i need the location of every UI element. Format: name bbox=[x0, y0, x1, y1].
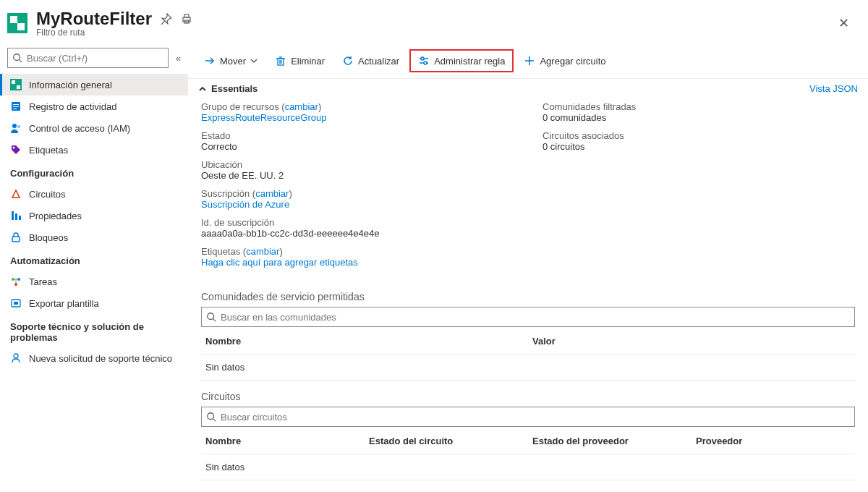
route-filter-icon bbox=[10, 79, 22, 90]
subscription-label: Suscripción bbox=[201, 188, 250, 199]
sidebar-section-support: Soporte técnico y solución de problemas bbox=[0, 314, 188, 347]
col-provider[interactable]: Proveedor bbox=[692, 428, 855, 454]
col-name[interactable]: Nombre bbox=[201, 428, 365, 454]
svg-point-36 bbox=[424, 62, 427, 64]
svg-line-40 bbox=[213, 319, 216, 322]
chevron-down-icon bbox=[250, 57, 258, 64]
sidebar-item-tasks[interactable]: Tareas bbox=[0, 271, 188, 292]
search-icon bbox=[12, 53, 22, 63]
move-button[interactable]: Mover bbox=[197, 51, 265, 71]
sidebar-section-automation: Automatización bbox=[0, 248, 188, 271]
circuits-table: Nombre Estado del circuito Estado del pr… bbox=[201, 428, 855, 480]
svg-rect-7 bbox=[17, 85, 20, 89]
location-label: Ubicación bbox=[201, 159, 514, 170]
resource-group-value[interactable]: ExpressRouteResourceGroup bbox=[201, 112, 514, 123]
sidebar-item-circuits[interactable]: Circuitos bbox=[0, 183, 188, 205]
sidebar: « Información general Registro de activi… bbox=[0, 43, 188, 492]
subscription-id-label: Id. de suscripción bbox=[201, 217, 514, 228]
command-bar: Mover Eliminar Actualizar Administrar re… bbox=[188, 43, 868, 79]
lock-icon bbox=[10, 232, 22, 243]
sidebar-item-label: Control de acceso (IAM) bbox=[29, 123, 130, 134]
change-resource-group-link[interactable]: cambiar bbox=[285, 101, 318, 112]
state-value: Correcto bbox=[201, 141, 514, 152]
circuits-title: Circuitos bbox=[201, 391, 855, 402]
tag-icon bbox=[10, 144, 22, 156]
delete-button[interactable]: Eliminar bbox=[268, 51, 332, 71]
filtered-communities-value: 0 comunidades bbox=[542, 112, 855, 123]
svg-rect-15 bbox=[12, 211, 14, 220]
json-view-link[interactable]: Vista JSON bbox=[809, 83, 858, 94]
sidebar-item-label: Bloqueos bbox=[29, 232, 68, 243]
svg-point-35 bbox=[421, 57, 424, 60]
add-circuit-button[interactable]: Agregar circuito bbox=[516, 51, 613, 71]
activity-log-icon bbox=[10, 101, 22, 112]
circuits-icon bbox=[10, 188, 22, 200]
support-icon bbox=[10, 352, 22, 364]
state-label: Estado bbox=[201, 130, 514, 141]
col-value[interactable]: Valor bbox=[528, 328, 855, 355]
location-value: Oeste de EE. UU. 2 bbox=[201, 170, 514, 181]
sidebar-item-label: Información general bbox=[29, 80, 112, 90]
filtered-communities-label: Comunidades filtradas bbox=[542, 101, 855, 112]
manage-rule-button[interactable]: Administrar regla bbox=[409, 49, 514, 72]
col-circuit-state[interactable]: Estado del circuito bbox=[365, 428, 528, 454]
sidebar-item-label: Exportar plantilla bbox=[29, 298, 99, 309]
sidebar-search-input[interactable] bbox=[27, 53, 163, 64]
sidebar-item-label: Registro de actividad bbox=[29, 101, 116, 112]
sidebar-item-locks[interactable]: Bloqueos bbox=[0, 226, 188, 248]
col-provider-state[interactable]: Estado del proveedor bbox=[528, 428, 692, 454]
sidebar-item-overview[interactable]: Información general bbox=[0, 74, 188, 96]
iam-icon bbox=[10, 122, 22, 134]
subscription-value[interactable]: Suscripción de Azure bbox=[201, 199, 514, 210]
close-button[interactable]: ✕ bbox=[833, 12, 855, 34]
sidebar-item-label: Circuitos bbox=[29, 189, 66, 200]
svg-rect-28 bbox=[278, 59, 284, 65]
communities-search[interactable] bbox=[201, 307, 855, 327]
change-tags-link[interactable]: cambiar bbox=[246, 246, 279, 257]
svg-rect-25 bbox=[14, 302, 18, 305]
main-content: Mover Eliminar Actualizar Administrar re… bbox=[188, 43, 868, 492]
sidebar-search[interactable] bbox=[7, 48, 169, 68]
print-icon[interactable] bbox=[181, 13, 192, 25]
refresh-button[interactable]: Actualizar bbox=[335, 51, 407, 71]
pin-icon[interactable] bbox=[161, 13, 172, 25]
sidebar-item-new-support-request[interactable]: Nueva solicitud de soporte técnico bbox=[0, 347, 188, 369]
page-title: MyRouteFilter bbox=[36, 9, 152, 29]
col-name[interactable]: Nombre bbox=[201, 328, 528, 355]
svg-rect-1 bbox=[184, 14, 189, 17]
subscription-id-value: aaaa0a0a-bb1b-cc2c-dd3d-eeeeee4e4e4e bbox=[201, 228, 514, 239]
collapse-sidebar-icon[interactable]: « bbox=[176, 53, 181, 64]
properties-icon bbox=[10, 210, 22, 221]
refresh-icon bbox=[342, 55, 354, 67]
page-subtitle: Filtro de ruta bbox=[36, 27, 192, 38]
tags-value[interactable]: Haga clic aquí para agregar etiquetas bbox=[201, 257, 514, 268]
circuits-search[interactable] bbox=[201, 407, 855, 427]
svg-line-4 bbox=[20, 60, 22, 63]
svg-rect-11 bbox=[13, 109, 17, 109]
communities-search-input[interactable] bbox=[221, 312, 850, 323]
sidebar-item-properties[interactable]: Propiedades bbox=[0, 205, 188, 226]
page-header: MyRouteFilter Filtro de ruta ✕ bbox=[0, 0, 868, 43]
export-template-icon bbox=[10, 297, 22, 309]
route-filter-icon bbox=[7, 13, 27, 33]
sidebar-item-export-template[interactable]: Exportar plantilla bbox=[0, 292, 188, 314]
circuits-search-input[interactable] bbox=[221, 412, 850, 423]
tags-label: Etiquetas bbox=[201, 246, 240, 257]
no-data-cell: Sin datos bbox=[201, 355, 855, 381]
essentials-toggle[interactable]: Essentials bbox=[198, 83, 258, 94]
sidebar-item-label: Tareas bbox=[29, 276, 57, 287]
svg-rect-6 bbox=[12, 80, 15, 84]
add-icon bbox=[524, 55, 535, 67]
sidebar-item-activity-log[interactable]: Registro de actividad bbox=[0, 96, 188, 117]
essentials-panel: Grupo de recursos (cambiar) ExpressRoute… bbox=[188, 98, 868, 284]
sidebar-item-label: Nueva solicitud de soporte técnico bbox=[29, 353, 172, 364]
search-icon bbox=[206, 312, 216, 322]
sidebar-item-tags[interactable]: Etiquetas bbox=[0, 139, 188, 161]
no-data-cell: Sin datos bbox=[201, 454, 855, 480]
sidebar-item-label: Etiquetas bbox=[29, 145, 68, 156]
sidebar-item-iam[interactable]: Control de acceso (IAM) bbox=[0, 117, 188, 139]
change-subscription-link[interactable]: cambiar bbox=[255, 188, 289, 199]
communities-section: Comunidades de servicio permitidas Nombr… bbox=[188, 284, 868, 383]
communities-title: Comunidades de servicio permitidas bbox=[201, 291, 855, 302]
resource-group-label: Grupo de recursos bbox=[201, 101, 279, 112]
